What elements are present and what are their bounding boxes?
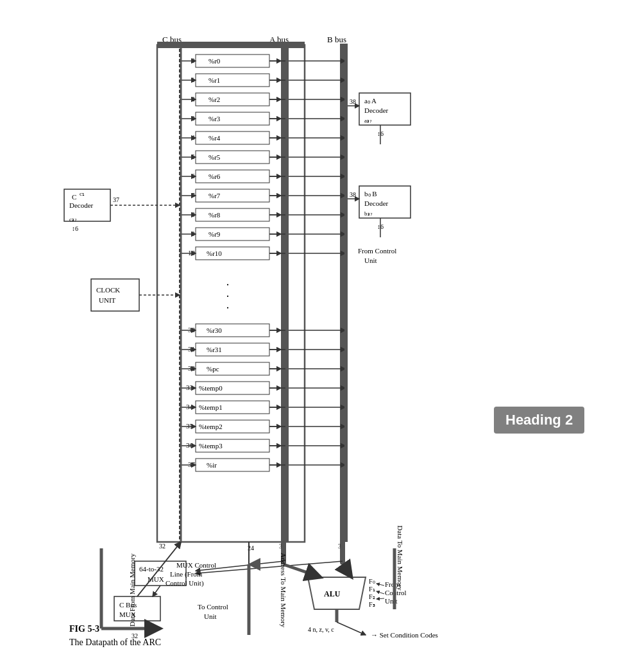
- svg-rect-50: [196, 189, 269, 202]
- svg-text:36: 36: [186, 441, 194, 449]
- svg-rect-26: [196, 112, 269, 125]
- svg-rect-14: [196, 74, 269, 87]
- svg-text:%pc: %pc: [207, 365, 219, 373]
- svg-text:To Control: To Control: [198, 603, 228, 611]
- svg-text:.: .: [226, 298, 230, 311]
- svg-text:%r6: %r6: [208, 173, 221, 180]
- svg-text:c₁: c₁: [80, 190, 85, 197]
- svg-line-182: [377, 598, 384, 599]
- svg-line-167: [153, 586, 160, 596]
- fig-number: FIG 5-3: [69, 622, 161, 636]
- svg-text:8: 8: [191, 210, 195, 218]
- svg-text:%r1: %r1: [208, 76, 220, 84]
- svg-line-181: [377, 591, 384, 594]
- svg-text:%r9: %r9: [208, 230, 221, 238]
- fig-title: The Datapath of the ARC: [69, 636, 161, 649]
- svg-text:B bus: B bus: [327, 35, 346, 44]
- svg-text:3: 3: [191, 114, 195, 122]
- svg-rect-20: [196, 93, 269, 106]
- svg-text:From Control: From Control: [358, 247, 396, 255]
- svg-line-180: [377, 584, 384, 586]
- svg-text:Decoder: Decoder: [364, 106, 389, 114]
- svg-text:4  n, z, v, c: 4 n, z, v, c: [308, 626, 334, 633]
- svg-text:%r30: %r30: [207, 326, 222, 334]
- svg-text:.: .: [226, 275, 230, 288]
- svg-text:%r8: %r8: [208, 211, 221, 219]
- svg-text:Data From Main Memory: Data From Main Memory: [128, 553, 136, 627]
- svg-text:%ir: %ir: [207, 461, 217, 469]
- svg-text:4: 4: [191, 133, 195, 141]
- svg-rect-62: [196, 228, 269, 241]
- svg-text:C: C: [72, 193, 76, 201]
- svg-text:a₃₇: a₃₇: [364, 117, 372, 124]
- svg-text:5: 5: [191, 153, 195, 160]
- svg-rect-8: [196, 55, 269, 67]
- svg-text:Address To Main Memory: Address To Main Memory: [280, 553, 287, 628]
- svg-text:%r2: %r2: [208, 96, 220, 103]
- svg-rect-204: [285, 44, 289, 542]
- svg-text:31: 31: [188, 345, 195, 353]
- svg-text:35: 35: [186, 422, 194, 430]
- svg-text:%r10: %r10: [207, 249, 222, 257]
- svg-text:%temp2: %temp2: [199, 423, 223, 430]
- svg-text:38: 38: [350, 98, 356, 105]
- svg-rect-56: [196, 208, 269, 221]
- svg-text:9: 9: [191, 230, 195, 237]
- svg-text:7: 7: [191, 191, 195, 199]
- svg-rect-203: [157, 42, 305, 48]
- svg-text:F₂: F₂: [369, 593, 375, 600]
- svg-text:%r0: %r0: [208, 57, 221, 65]
- svg-text:CLOCK: CLOCK: [96, 286, 120, 294]
- svg-text:%r3: %r3: [208, 115, 221, 122]
- svg-rect-44: [196, 170, 269, 183]
- svg-rect-32: [196, 131, 269, 144]
- svg-text:Line (From: Line (From: [170, 570, 203, 578]
- svg-rect-6: [340, 44, 345, 563]
- svg-text:From: From: [385, 580, 400, 588]
- svg-text:10: 10: [188, 249, 196, 257]
- svg-text:MUX: MUX: [148, 575, 164, 583]
- svg-text:↕6: ↕6: [72, 225, 78, 232]
- svg-text:b₃₇: b₃₇: [364, 210, 373, 217]
- svg-line-184: [343, 564, 352, 577]
- svg-rect-5: [281, 44, 286, 563]
- svg-text:c₃₇: c₃₇: [69, 216, 77, 223]
- svg-text:%temp3: %temp3: [199, 442, 223, 450]
- svg-text:34: 34: [186, 403, 194, 410]
- svg-text:Unit: Unit: [364, 257, 377, 264]
- svg-text:Control Unit): Control Unit): [165, 579, 204, 587]
- svg-text:1: 1: [191, 76, 195, 83]
- svg-text:a₀  A: a₀ A: [364, 97, 377, 105]
- datapath-diagram: C bus A bus B bus 0 %r0 1 %r1: [58, 32, 545, 648]
- main-container: C bus A bus B bus 0 %r0 1 %r1: [0, 0, 644, 667]
- svg-text:.: .: [226, 287, 230, 300]
- svg-text:%r5: %r5: [208, 153, 221, 161]
- svg-text:ALU: ALU: [324, 589, 341, 598]
- svg-text:32: 32: [159, 543, 165, 550]
- svg-text:%r31: %r31: [207, 346, 222, 353]
- svg-text:b₀  B: b₀ B: [364, 190, 377, 198]
- svg-text:6: 6: [191, 172, 195, 180]
- svg-text:37: 37: [188, 460, 196, 468]
- heading-badge: Heading 2: [494, 407, 584, 434]
- svg-text:32: 32: [188, 364, 195, 372]
- svg-text:Unit: Unit: [204, 612, 217, 620]
- svg-text:%r7: %r7: [208, 192, 221, 199]
- svg-text:F₁: F₁: [369, 586, 375, 593]
- svg-text:Decoder: Decoder: [364, 199, 389, 207]
- svg-text:38: 38: [350, 191, 356, 198]
- svg-text:0: 0: [191, 56, 195, 64]
- svg-rect-38: [196, 151, 269, 164]
- svg-text:33: 33: [186, 384, 194, 391]
- svg-text:UNIT: UNIT: [99, 296, 116, 304]
- svg-line-187: [337, 622, 366, 635]
- svg-text:37: 37: [113, 196, 119, 203]
- fig-caption: FIG 5-3 The Datapath of the ARC: [69, 622, 161, 649]
- svg-line-183: [284, 564, 321, 577]
- svg-text:F₀: F₀: [369, 578, 375, 585]
- svg-text:%temp1: %temp1: [199, 403, 223, 411]
- svg-text:%r4: %r4: [208, 134, 221, 142]
- svg-text:MUX Control: MUX Control: [176, 561, 216, 569]
- svg-text:2: 2: [191, 95, 195, 103]
- svg-text:F₃: F₃: [369, 601, 375, 608]
